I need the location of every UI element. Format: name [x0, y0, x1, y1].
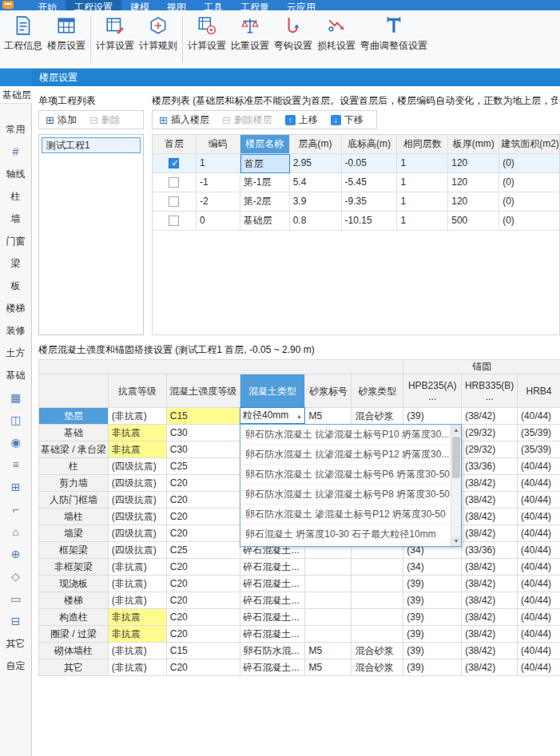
hrb335-cell[interactable]: (38/42) [462, 643, 518, 659]
sidebar-item[interactable]: 基础 [0, 364, 31, 386]
floor-name-cell[interactable]: 首层 [240, 154, 290, 173]
seismic-grade-cell[interactable]: (四级抗震) [109, 492, 167, 509]
column-header-mortar-type[interactable]: 砂浆类型 [351, 374, 403, 408]
concrete-grade-cell[interactable]: C20 [167, 559, 240, 576]
seismic-grade-cell[interactable]: 非抗震 [109, 425, 167, 441]
mortar-grade-cell[interactable] [305, 626, 351, 643]
column-header-first-floor[interactable]: 首层 [153, 135, 197, 154]
first-floor-checkbox-cell[interactable] [153, 154, 197, 173]
column-header-code[interactable]: 编码 [197, 135, 240, 154]
first-floor-checkbox-cell[interactable] [153, 173, 197, 192]
ribbon-tab[interactable]: 工程量 [232, 0, 278, 10]
mortar-grade-cell[interactable]: M5 [305, 659, 351, 676]
column-header-hrb400[interactable]: HRB4 [518, 374, 560, 408]
column-header-hpb235[interactable]: HPB235(A) ... [403, 374, 462, 408]
ribbon-tab[interactable]: 工具 [195, 0, 232, 10]
sidebar-item[interactable]: 常用 [0, 118, 31, 141]
slab-thickness-cell[interactable]: 120 [448, 154, 499, 173]
floor-name-cell[interactable]: 第-1层 [240, 173, 290, 192]
concrete-type-editor[interactable]: 粒径40mm ▴ [240, 407, 305, 424]
hrb335-cell[interactable]: (38/42) [462, 559, 518, 576]
hrb335-cell[interactable]: (38/42) [462, 492, 518, 509]
hrb400-cell[interactable]: (40/44) [518, 458, 560, 475]
floor-height-cell[interactable]: 3.9 [290, 192, 342, 212]
ribbon-tab[interactable]: 建模 [121, 0, 158, 10]
slab-thickness-cell[interactable]: 500 [448, 212, 499, 231]
hpb235-cell[interactable]: (39) [403, 576, 462, 592]
ribbon-tab[interactable]: 视图 [158, 0, 195, 10]
dropdown-option[interactable]: 卵石防水混凝土 渗混凝土标号P12 坍落度30-50 [240, 505, 451, 524]
hrb400-cell[interactable]: (40/44) [518, 559, 560, 576]
loss-settings-button[interactable]: 损耗设置 [315, 13, 358, 66]
sidebar-item[interactable]: ▦ [0, 386, 31, 409]
seismic-grade-cell[interactable]: 非抗震 [109, 626, 167, 643]
concrete-grade-cell[interactable]: C20 [167, 609, 240, 626]
row-label-cell[interactable]: 砌体墙柱 [39, 643, 109, 659]
dropdown-option[interactable]: 卵石防水混凝土 抗渗混凝土标号P6 坍落度30-50 [240, 465, 451, 485]
hrb335-cell[interactable]: (38/42) [462, 509, 518, 525]
hrb400-cell[interactable]: (40/44) [518, 592, 560, 609]
hrb400-cell[interactable]: (40/44) [518, 509, 560, 525]
hrb400-cell[interactable]: (40/44) [518, 542, 560, 559]
seismic-grade-cell[interactable]: (非抗震) [109, 408, 167, 425]
row-label-cell[interactable]: 墙梁 [39, 525, 109, 542]
row-label-cell[interactable]: 基础梁 / 承台梁 [39, 441, 109, 458]
bottom-elevation-cell[interactable]: -0.05 [342, 154, 398, 173]
seismic-grade-cell[interactable]: (非抗震) [109, 592, 167, 609]
scrollbar-thumb[interactable] [452, 437, 460, 478]
sidebar-item[interactable]: ⌐ [0, 498, 31, 520]
mortar-grade-cell[interactable] [305, 559, 351, 576]
quick-access-icon[interactable] [2, 1, 14, 9]
hpb235-cell[interactable]: (39) [403, 592, 462, 609]
hook-settings-button[interactable]: 弯钩设置 [272, 13, 315, 66]
concrete-grade-cell[interactable]: C20 [167, 659, 240, 676]
row-label-cell[interactable]: 墙柱 [39, 509, 109, 525]
floor-name-cell[interactable]: 第-2层 [240, 192, 290, 212]
mortar-type-cell[interactable] [351, 609, 403, 626]
hrb400-cell[interactable]: (35/39) [518, 441, 560, 458]
mortar-grade-cell[interactable] [305, 609, 351, 626]
checkbox-icon[interactable] [169, 158, 179, 168]
delete-project-button[interactable]: ⊟ 删除 [83, 111, 127, 129]
floor-code-cell[interactable]: 1 [197, 154, 240, 173]
mortar-grade-cell[interactable]: M5 [305, 643, 351, 659]
floor-selector-fragment[interactable]: 基础层 [0, 86, 32, 104]
sidebar-item[interactable]: # [0, 141, 31, 163]
hrb400-cell[interactable]: (35/39) [518, 425, 560, 441]
column-header-bottom-elevation[interactable]: 底标高(m) [342, 135, 398, 154]
seismic-grade-cell[interactable]: (四级抗震) [109, 458, 167, 475]
first-floor-checkbox-cell[interactable] [153, 212, 197, 231]
hrb335-cell[interactable]: (38/42) [462, 525, 518, 542]
column-header-same-count[interactable]: 相同层数 [397, 135, 448, 154]
sidebar-item[interactable]: 轴线 [0, 163, 31, 185]
row-label-cell[interactable]: 圈梁 / 过梁 [39, 626, 109, 643]
same-count-cell[interactable]: 1 [397, 212, 448, 231]
column-header-mortar-grade[interactable]: 砂浆标号 [305, 374, 351, 408]
hrb335-cell[interactable]: (38/42) [462, 659, 518, 676]
concrete-grade-cell[interactable]: C20 [167, 576, 240, 592]
hrb335-cell[interactable]: (38/42) [462, 592, 518, 609]
calc-rules-button[interactable]: 计算规则 [137, 13, 180, 66]
mortar-grade-cell[interactable] [305, 592, 351, 609]
bottom-elevation-cell[interactable]: -5.45 [342, 173, 398, 192]
sidebar-item[interactable]: 自定 [0, 655, 31, 677]
seismic-grade-cell[interactable]: 非抗震 [109, 609, 167, 626]
concrete-type-cell[interactable]: 卵石防水混... [240, 643, 306, 659]
concrete-grade-cell[interactable]: C25 [167, 542, 240, 559]
sidebar-item[interactable]: 门窗 [0, 230, 31, 252]
hrb335-cell[interactable]: (33/36) [462, 458, 518, 475]
building-area-cell[interactable]: (0) [499, 154, 559, 173]
same-count-cell[interactable]: 1 [397, 154, 448, 173]
bottom-elevation-cell[interactable]: -10.15 [342, 212, 398, 231]
hpb235-cell[interactable]: (39) [403, 408, 462, 425]
mortar-type-cell[interactable] [351, 576, 403, 592]
hpb235-cell[interactable]: (39) [403, 659, 462, 676]
column-header-height[interactable]: 层高(m) [290, 135, 342, 154]
bend-adjust-settings-button[interactable]: 弯曲调整值设置 [358, 13, 430, 66]
project-info-button[interactable]: 工程信息 [2, 13, 45, 66]
seismic-grade-cell[interactable]: (非抗震) [109, 576, 167, 592]
checkbox-icon[interactable] [169, 216, 179, 226]
column-header-seismic-grade[interactable]: 抗震等级 [109, 374, 167, 408]
same-count-cell[interactable]: 1 [397, 173, 448, 192]
hrb400-cell[interactable]: (40/44) [518, 659, 560, 676]
